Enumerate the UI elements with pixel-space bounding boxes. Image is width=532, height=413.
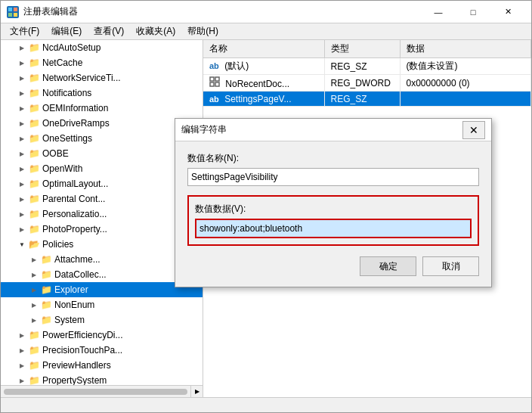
tree-label: NcdAutoSetup xyxy=(42,42,101,53)
tree-item-powereff[interactable]: ▶ 📁 PowerEfficiencyDi... xyxy=(1,328,203,343)
arrow-icon: ▶ xyxy=(16,344,28,356)
tree-item-system[interactable]: ▶ 📁 System xyxy=(1,312,203,328)
tree-scroll[interactable]: ▶ 📁 NcdAutoSetup ▶ 📁 NetCache ▶ 📁 Networ… xyxy=(1,40,203,385)
menu-view[interactable]: 查看(V) xyxy=(88,23,130,39)
folder-icon: 📁 xyxy=(28,344,40,356)
folder-icon: 📁 xyxy=(28,329,40,341)
tree-item-openwith[interactable]: ▶ 📁 OpenWith xyxy=(1,161,203,176)
tree-item-nonenum[interactable]: ▶ 📁 NonEnum xyxy=(1,297,203,312)
arrow-icon: ▶ xyxy=(16,178,28,190)
tree-item-ncdautosetup[interactable]: ▶ 📁 NcdAutoSetup xyxy=(1,40,203,55)
scroll-right-btn[interactable]: ▶ xyxy=(190,386,203,398)
tree-item-personalization[interactable]: ▶ 📁 Personalizatio... xyxy=(1,206,203,222)
svg-rect-1 xyxy=(14,8,17,11)
tree-label: Personalizatio... xyxy=(42,209,107,219)
dialog-buttons: 确定 取消 xyxy=(187,256,479,276)
tree-item-networkservice[interactable]: ▶ 📁 NetworkServiceTi... xyxy=(1,70,203,85)
data-input[interactable] xyxy=(195,219,472,238)
tree-item-netcache[interactable]: ▶ 📁 NetCache xyxy=(1,55,203,70)
tree-item-policies[interactable]: ▼ 📂 Policies xyxy=(1,237,203,252)
maximize-button[interactable]: □ xyxy=(456,1,490,23)
arrow-icon: ▶ xyxy=(16,87,28,99)
svg-rect-5 xyxy=(215,77,219,81)
tree-label: PhotoProperty... xyxy=(42,224,107,234)
tree-item-datacollect[interactable]: ▶ 📁 DataCollec... xyxy=(1,267,203,282)
tree-item-notifications[interactable]: ▶ 📁 Notifications xyxy=(1,85,203,101)
dialog-title: 编辑字符串 xyxy=(181,123,462,136)
close-button[interactable]: ✕ xyxy=(490,1,525,23)
tree-label: Notifications xyxy=(42,88,91,98)
tree-item-onedrive[interactable]: ▶ 📁 OneDriveRamps xyxy=(1,116,203,131)
row-data: 0x00000000 (0) xyxy=(400,75,531,92)
folder-icon: 📁 xyxy=(28,223,40,235)
ab-icon-selected: ab xyxy=(209,95,219,104)
tree-item-propertysystem[interactable]: ▶ 📁 PropertySystem xyxy=(1,373,203,385)
window-title: 注册表编辑器 xyxy=(23,5,421,18)
arrow-icon: ▶ xyxy=(16,102,28,114)
folder-icon: 📁 xyxy=(28,178,40,190)
folder-icon: 📁 xyxy=(40,284,52,296)
tree-label: OEMInformation xyxy=(42,103,108,113)
menu-help[interactable]: 帮助(H) xyxy=(181,23,224,39)
window-controls: — □ ✕ xyxy=(421,1,525,23)
folder-icon: 📁 xyxy=(40,314,52,326)
tree-item-oobe[interactable]: ▶ 📁 OOBE xyxy=(1,146,203,161)
arrow-icon: ▶ xyxy=(16,329,28,341)
tree-item-previewhandlers[interactable]: ▶ 📁 PreviewHandlers xyxy=(1,358,203,373)
col-data: 数据 xyxy=(400,40,531,58)
tree-item-parental[interactable]: ▶ 📁 Parental Cont... xyxy=(1,191,203,206)
menu-file[interactable]: 文件(F) xyxy=(4,23,45,39)
table-row[interactable]: NoRecentDoc... REG_DWORD 0x00000000 (0) xyxy=(203,75,531,92)
arrow-icon: ▶ xyxy=(16,374,28,385)
tree-label: DataCollec... xyxy=(54,269,107,280)
row-type: REG_DWORD xyxy=(324,75,400,92)
row-name: ab (默认) xyxy=(203,58,324,75)
svg-rect-7 xyxy=(215,82,219,86)
menu-favorites[interactable]: 收藏夹(A) xyxy=(130,23,181,39)
data-section: 数值数据(V): xyxy=(187,195,479,246)
row-name: NoRecentDoc... xyxy=(203,75,324,92)
tree-label: PrecisionTouchPa... xyxy=(42,345,122,356)
arrow-icon: ▶ xyxy=(28,314,40,326)
arrow-icon: ▶ xyxy=(16,72,28,84)
grid-icon xyxy=(209,76,220,87)
minimize-button[interactable]: — xyxy=(421,1,456,23)
tree-item-explorer[interactable]: ▶ 📁 Explorer xyxy=(1,282,203,297)
folder-icon: 📁 xyxy=(28,193,40,205)
tree-panel: ▶ 📁 NcdAutoSetup ▶ 📁 NetCache ▶ 📁 Networ… xyxy=(1,40,203,397)
arrow-icon: ▶ xyxy=(28,269,40,281)
ok-button[interactable]: 确定 xyxy=(360,256,416,276)
folder-icon: 📁 xyxy=(28,72,40,84)
col-type: 类型 xyxy=(324,40,400,58)
arrow-icon: ▶ xyxy=(16,163,28,175)
tree-hscroll[interactable]: ▶ xyxy=(1,385,203,397)
tree-item-oeminfo[interactable]: ▶ 📁 OEMInformation xyxy=(1,101,203,116)
tree-item-optimallayout[interactable]: ▶ 📁 OptimalLayout... xyxy=(1,176,203,191)
cancel-button[interactable]: 取消 xyxy=(422,256,479,276)
folder-icon: 📁 xyxy=(40,299,52,311)
edit-string-dialog: 编辑字符串 ✕ 数值名称(N): 数值数据(V): 确定 取消 xyxy=(175,118,492,287)
folder-icon: 📁 xyxy=(28,57,40,69)
table-row[interactable]: ab (默认) REG_SZ (数值未设置) xyxy=(203,58,531,75)
status-bar xyxy=(1,397,531,412)
table-row-selected[interactable]: ab SettingsPageV... REG_SZ xyxy=(203,92,531,107)
arrow-icon: ▶ xyxy=(16,132,28,144)
tree-label: NetworkServiceTi... xyxy=(42,73,121,83)
open-folder-icon: 📂 xyxy=(28,238,40,250)
main-window: 注册表编辑器 — □ ✕ 文件(F) 编辑(E) 查看(V) 收藏夹(A) 帮助… xyxy=(0,0,532,413)
folder-icon: 📁 xyxy=(28,359,40,371)
app-icon xyxy=(7,6,19,18)
name-input[interactable] xyxy=(187,168,479,186)
tree-item-photoprop[interactable]: ▶ 📁 PhotoProperty... xyxy=(1,222,203,237)
row-type: REG_SZ xyxy=(324,58,400,75)
dialog-close-button[interactable]: ✕ xyxy=(462,121,485,139)
folder-icon: 📁 xyxy=(40,253,52,266)
tree-item-onesettings[interactable]: ▶ 📁 OneSettings xyxy=(1,131,203,146)
tree-item-attachments[interactable]: ▶ 📁 Attachme... xyxy=(1,252,203,267)
arrow-icon: ▶ xyxy=(16,117,28,129)
arrow-icon: ▶ xyxy=(28,253,40,266)
arrow-icon: ▶ xyxy=(28,299,40,311)
arrow-icon: ▶ xyxy=(16,148,28,160)
menu-edit[interactable]: 编辑(E) xyxy=(45,23,88,39)
tree-item-precision[interactable]: ▶ 📁 PrecisionTouchPa... xyxy=(1,343,203,358)
